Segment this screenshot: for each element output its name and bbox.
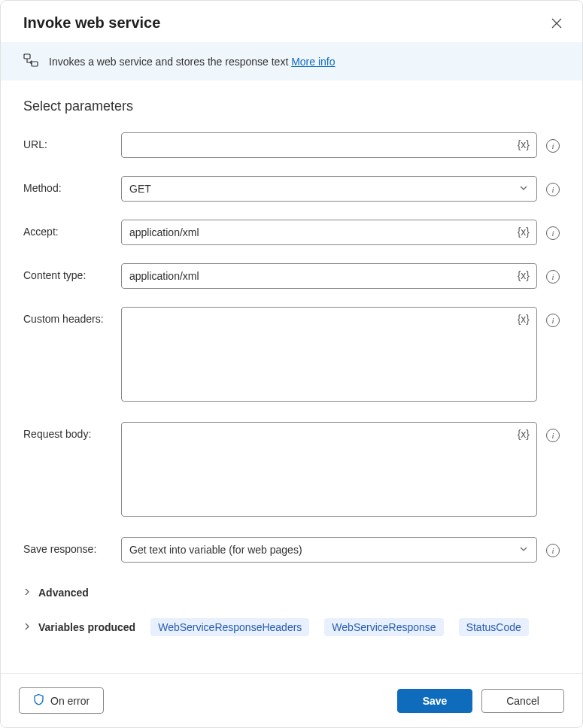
method-value: GET: [129, 183, 151, 195]
row-request-body: Request body: {x} i: [23, 422, 560, 519]
svg-rect-0: [24, 54, 30, 59]
save-button[interactable]: Save: [397, 689, 472, 713]
cancel-label: Cancel: [506, 695, 539, 707]
advanced-label: Advanced: [38, 587, 89, 599]
variable-token-button[interactable]: {x}: [518, 269, 530, 281]
info-icon[interactable]: i: [546, 544, 560, 557]
info-icon[interactable]: i: [546, 429, 560, 442]
info-banner: Invokes a web service and stores the res…: [1, 42, 582, 80]
info-icon[interactable]: i: [546, 139, 560, 153]
chevron-right-icon: [23, 622, 31, 632]
row-custom-headers: Custom headers: {x} i: [23, 307, 560, 404]
url-input[interactable]: [121, 132, 537, 158]
advanced-toggle[interactable]: Advanced: [23, 581, 560, 605]
banner-text: Invokes a web service and stores the res…: [49, 56, 336, 68]
label-request-body: Request body:: [23, 422, 112, 440]
info-icon[interactable]: i: [546, 270, 560, 284]
row-url: URL: {x} i: [23, 132, 560, 158]
dialog-footer: On error Save Cancel: [1, 673, 582, 727]
variable-token-button[interactable]: {x}: [518, 428, 530, 440]
variable-token-button[interactable]: {x}: [518, 226, 530, 238]
label-content-type: Content type:: [23, 263, 112, 281]
variable-pill[interactable]: WebServiceResponseHeaders: [150, 618, 309, 636]
dialog-content: Select parameters URL: {x} i Method: GET…: [1, 80, 582, 673]
label-custom-headers: Custom headers:: [23, 307, 112, 325]
row-method: Method: GET i: [23, 176, 560, 202]
variable-pill[interactable]: StatusCode: [459, 618, 529, 636]
save-response-select[interactable]: Get text into variable (for web pages): [121, 537, 537, 563]
accept-input[interactable]: [121, 220, 537, 245]
close-button[interactable]: [549, 16, 564, 31]
svg-rect-1: [32, 62, 38, 66]
section-title: Select parameters: [23, 99, 560, 114]
chevron-right-icon: [23, 587, 31, 598]
row-save-response: Save response: Get text into variable (f…: [23, 537, 560, 563]
variable-pill[interactable]: WebServiceResponse: [324, 618, 443, 636]
row-accept: Accept: {x} i: [23, 220, 560, 245]
info-icon[interactable]: i: [546, 226, 560, 240]
label-url: URL:: [23, 132, 112, 150]
label-method: Method:: [23, 176, 112, 194]
banner-description: Invokes a web service and stores the res…: [49, 56, 291, 68]
more-info-link[interactable]: More info: [291, 56, 335, 68]
info-icon[interactable]: i: [546, 183, 560, 196]
label-accept: Accept:: [23, 220, 112, 238]
variable-token-button[interactable]: {x}: [518, 313, 530, 325]
content-type-input[interactable]: [121, 263, 537, 289]
dialog-header: Invoke web service: [1, 1, 582, 42]
method-select[interactable]: GET: [121, 176, 537, 202]
on-error-label: On error: [50, 695, 90, 707]
row-content-type: Content type: {x} i: [23, 263, 560, 289]
variable-token-button[interactable]: {x}: [518, 138, 530, 150]
on-error-button[interactable]: On error: [19, 687, 104, 714]
custom-headers-input[interactable]: [121, 307, 537, 402]
close-icon: [551, 18, 562, 29]
info-icon[interactable]: i: [546, 314, 560, 327]
request-body-input[interactable]: [121, 422, 537, 517]
save-label: Save: [423, 695, 448, 707]
variables-produced-toggle[interactable]: Variables produced WebServiceResponseHea…: [23, 612, 560, 642]
save-response-value: Get text into variable (for web pages): [129, 544, 302, 556]
cancel-button[interactable]: Cancel: [481, 689, 564, 713]
variables-produced-label: Variables produced: [38, 621, 135, 633]
web-service-icon: [23, 53, 38, 70]
dialog: Invoke web service Invokes a web service…: [0, 0, 583, 728]
dialog-title: Invoke web service: [23, 14, 160, 32]
shield-icon: [33, 693, 44, 708]
label-save-response: Save response:: [23, 537, 112, 555]
